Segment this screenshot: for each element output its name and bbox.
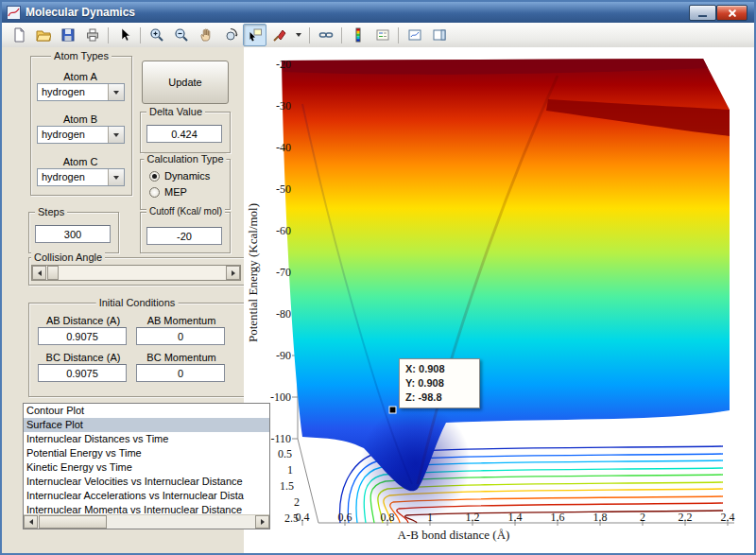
- list-item[interactable]: Internuclear Distances vs Time: [24, 432, 269, 446]
- atom-c-dropdown[interactable]: hydrogen: [37, 168, 125, 186]
- hide-plot-tools-icon[interactable]: [403, 24, 426, 46]
- toolbar: [2, 23, 754, 48]
- cutoff-field[interactable]: [146, 227, 222, 245]
- x-tick: 2.2: [679, 511, 693, 525]
- data-cursor-icon[interactable]: [243, 24, 266, 46]
- insert-legend-icon[interactable]: [370, 24, 394, 46]
- z-tick: -90: [253, 349, 291, 363]
- x-tick: 1.6: [551, 511, 565, 525]
- bc-momentum-label: BC Momentum: [136, 352, 227, 363]
- minimize-button[interactable]: [689, 5, 716, 21]
- plot-area[interactable]: -20 -30 -40 -50 -60 -70 -80 -90 -100 -11…: [244, 47, 756, 555]
- datatip-x: X: 0.908: [405, 362, 473, 376]
- delta-value-field[interactable]: [146, 125, 222, 143]
- radio-mep[interactable]: MEP: [149, 186, 187, 198]
- x-tick: 2: [640, 511, 645, 525]
- open-folder-icon[interactable]: [31, 24, 55, 46]
- chevron-down-icon[interactable]: [108, 127, 124, 143]
- atom-b-dropdown[interactable]: hydrogen: [37, 126, 125, 144]
- toolbar-separator: [108, 27, 109, 43]
- bc-momentum-field[interactable]: [136, 364, 225, 382]
- x-tick: 1: [427, 511, 433, 525]
- ab-distance-field[interactable]: [38, 327, 127, 345]
- show-plot-tools-icon[interactable]: [427, 24, 451, 46]
- bc-tick: 0.5: [278, 447, 292, 461]
- app-icon: [7, 6, 21, 20]
- steps-title: Steps: [35, 206, 67, 217]
- list-item[interactable]: Kinetic Energy vs Time: [24, 460, 269, 475]
- save-icon[interactable]: [56, 24, 79, 46]
- atom-a-label: Atom A: [30, 71, 130, 82]
- delta-value-title: Delta Value: [146, 106, 205, 117]
- z-tick: -30: [253, 99, 291, 113]
- ab-momentum-label: AB Momentum: [136, 315, 227, 326]
- bc-distance-field[interactable]: [38, 364, 127, 382]
- ab-momentum-field[interactable]: [136, 327, 225, 345]
- brush-dropdown-icon[interactable]: [292, 24, 305, 46]
- data-cursor-marker[interactable]: [389, 407, 396, 413]
- slider-left-arrow[interactable]: [32, 266, 46, 280]
- collision-angle-slider[interactable]: [31, 265, 241, 281]
- x-tick: 0.6: [338, 511, 352, 525]
- link-plots-icon[interactable]: [314, 24, 337, 46]
- z-tick: -40: [253, 141, 291, 155]
- window-title: Molecular Dynamics: [26, 6, 135, 19]
- collision-angle-title: Collision Angle: [31, 251, 105, 263]
- zoom-out-icon[interactable]: [169, 24, 193, 46]
- list-item[interactable]: Internuclear Velocities vs Internuclear …: [24, 475, 269, 489]
- steps-field[interactable]: [35, 225, 111, 243]
- slider-thumb[interactable]: [47, 266, 59, 280]
- list-item[interactable]: Internuclear Accelerations vs Internucle…: [24, 489, 269, 503]
- atom-types-title: Atom Types: [51, 50, 112, 61]
- toolbar-separator: [398, 27, 399, 43]
- chevron-down-icon[interactable]: [108, 84, 124, 100]
- bc-tick: 2: [294, 495, 300, 510]
- x-tick: 2.4: [721, 511, 735, 525]
- radio-dynamics[interactable]: Dynamics: [149, 170, 210, 182]
- insert-colorbar-icon[interactable]: [346, 24, 369, 46]
- toolbar-separator: [309, 27, 310, 43]
- update-button[interactable]: Update: [142, 61, 229, 104]
- pan-hand-icon[interactable]: [194, 24, 217, 46]
- scroll-left-arrow[interactable]: [24, 515, 38, 529]
- chevron-down-icon[interactable]: [108, 169, 124, 185]
- titlebar[interactable]: Molecular Dynamics: [2, 2, 754, 23]
- datatip: X: 0.908 Y: 0.908 Z: -98.8: [399, 358, 480, 408]
- calculation-type-title: Calculation Type: [144, 153, 226, 165]
- x-tick: 0.8: [381, 511, 395, 525]
- atom-b-label: Atom B: [30, 113, 130, 125]
- slider-right-arrow[interactable]: [226, 266, 240, 280]
- atom-c-label: Atom C: [30, 156, 130, 167]
- app-window: Molecular Dynamics Atom Types Atom: [0, 0, 756, 555]
- scroll-right-arrow[interactable]: [255, 515, 269, 529]
- datatip-y: Y: 0.908: [405, 376, 473, 390]
- x-tick: 1.2: [466, 511, 480, 525]
- plot-type-listbox[interactable]: Contour Plot Surface Plot Internuclear D…: [23, 403, 270, 529]
- z-tick: -20: [253, 58, 291, 72]
- edit-plot-arrow-icon[interactable]: [112, 24, 136, 46]
- list-item[interactable]: Potential Energy vs Time: [24, 446, 269, 460]
- brush-icon[interactable]: [267, 24, 291, 46]
- atom-a-dropdown[interactable]: hydrogen: [37, 83, 125, 101]
- horizontal-scrollbar[interactable]: [24, 514, 269, 529]
- y-axis-label: Potential Energy (Kcal/mol): [246, 203, 261, 342]
- potential-energy-surface[interactable]: [282, 59, 730, 522]
- radio-button-icon[interactable]: [149, 187, 160, 198]
- list-item-selected[interactable]: Surface Plot: [24, 418, 269, 432]
- x-tick: 1.8: [593, 511, 608, 525]
- radio-button-icon[interactable]: [149, 171, 160, 182]
- bc-tick: 1: [287, 463, 293, 477]
- new-file-icon[interactable]: [7, 24, 30, 46]
- surface-plot-svg[interactable]: [244, 47, 756, 555]
- initial-conditions-title: Initial Conditions: [96, 297, 179, 308]
- rotate-3d-icon[interactable]: [218, 24, 242, 46]
- scroll-thumb[interactable]: [39, 515, 107, 529]
- x-axis-label: A-B bond distance (Å): [398, 528, 510, 543]
- close-button[interactable]: [716, 5, 747, 21]
- datatip-z: Z: -98.8: [405, 390, 473, 405]
- zoom-in-icon[interactable]: [145, 24, 168, 46]
- toolbar-separator: [140, 27, 141, 43]
- bc-tick: 1.5: [280, 479, 294, 494]
- print-icon[interactable]: [80, 24, 104, 46]
- list-item[interactable]: Contour Plot: [24, 404, 269, 418]
